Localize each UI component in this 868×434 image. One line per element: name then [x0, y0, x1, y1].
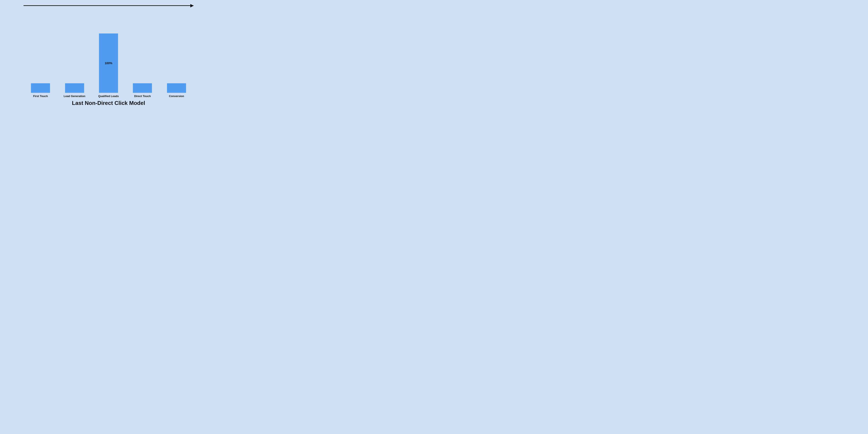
bar-value-qualified-leads: 100% — [105, 61, 112, 65]
bar-label-lead-generation: Lead Generation — [64, 94, 85, 98]
bar-wrapper-qualified-leads: 100%Qualified Leads — [99, 33, 118, 98]
bar-wrapper-lead-generation: Lead Generation — [65, 83, 84, 98]
bar-label-direct-touch: Direct Touch — [134, 94, 151, 98]
bar-label-qualified-leads: Qualified Leads — [98, 94, 119, 98]
bar-label-first-touch: First Touch — [33, 94, 48, 98]
chart-title: Last Non-Direct Click Model — [72, 100, 145, 106]
bar-wrapper-first-touch: First Touch — [31, 83, 50, 98]
timeline-arrow-line — [24, 5, 193, 6]
timeline-arrow-row — [24, 5, 193, 6]
bar-group-lead-generation: Lead Generation — [65, 8, 84, 98]
bar-direct-touch — [133, 83, 152, 93]
bar-wrapper-conversion: Conversion — [167, 83, 186, 98]
bar-group-conversion: Conversion — [167, 8, 186, 98]
bar-first-touch — [31, 83, 50, 93]
chart-container: First TouchLead Generation100%Qualified … — [0, 0, 217, 108]
bar-label-conversion: Conversion — [169, 94, 184, 98]
bar-wrapper-direct-touch: Direct Touch — [133, 83, 152, 98]
bar-qualified-leads: 100% — [99, 33, 118, 93]
bar-group-direct-touch: Direct Touch — [133, 8, 152, 98]
bars-area: First TouchLead Generation100%Qualified … — [24, 8, 193, 98]
bar-group-first-touch: First Touch — [31, 8, 50, 98]
bar-lead-generation — [65, 83, 84, 93]
bar-conversion — [167, 83, 186, 93]
bar-group-qualified-leads: 100%Qualified Leads — [99, 8, 118, 98]
